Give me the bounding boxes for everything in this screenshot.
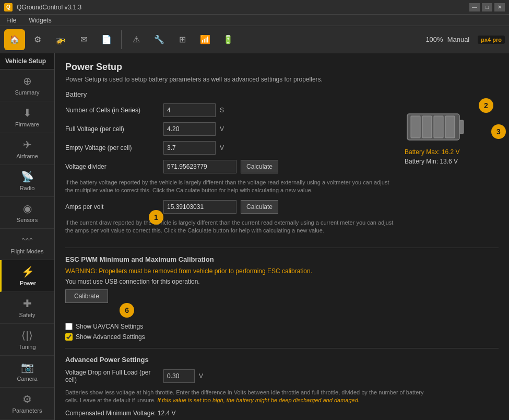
svg-rect-5 bbox=[445, 116, 455, 138]
battery-max-label: Battery Max: 16.2 V bbox=[405, 148, 459, 156]
sidebar-item-parameters[interactable]: ⚙ Parameters bbox=[0, 388, 54, 419]
empty-voltage-unit: V bbox=[220, 144, 230, 151]
empty-voltage-label: Empty Voltage (per cell) bbox=[65, 144, 159, 151]
sidebar-item-radio[interactable]: 📡 Radio bbox=[0, 165, 54, 197]
settings-checkboxes: Show UAVCAN Settings Show Advanced Setti… bbox=[65, 323, 499, 341]
voltage-divider-label: Voltage divider bbox=[65, 163, 159, 170]
minimize-button[interactable]: — bbox=[469, 3, 480, 11]
sidebar-label-safety: Safety bbox=[19, 312, 35, 318]
home-icon-btn[interactable]: 🏠 bbox=[4, 29, 25, 50]
uavcan-checkbox[interactable] bbox=[65, 323, 73, 330]
airframe-icon: ✈ bbox=[23, 138, 32, 151]
voltage-drop-warning: If this value is set too high, the batte… bbox=[157, 397, 360, 403]
sensors-icon: ◉ bbox=[23, 202, 32, 215]
voltage-drop-input[interactable] bbox=[163, 369, 195, 383]
close-button[interactable]: ✕ bbox=[494, 3, 505, 11]
battery-pct: 100% bbox=[425, 36, 443, 43]
full-voltage-input[interactable] bbox=[163, 122, 216, 136]
empty-voltage-input[interactable] bbox=[163, 141, 216, 155]
flightmodes-icon: 〰 bbox=[22, 234, 32, 246]
voltage-divider-input[interactable] bbox=[163, 160, 236, 173]
voltage-divider-calculate-btn[interactable]: Calculate bbox=[241, 160, 278, 173]
voltage-divider-help: If the battery voltage reported by the v… bbox=[65, 179, 394, 195]
sidebar-item-sensors[interactable]: ◉ Sensors bbox=[0, 197, 54, 229]
sidebar-item-camera[interactable]: 📷 Camera bbox=[0, 356, 54, 388]
sidebar-label-parameters: Parameters bbox=[13, 407, 42, 414]
svg-rect-2 bbox=[411, 116, 420, 138]
sidebar-label-tuning: Tuning bbox=[18, 344, 35, 350]
full-voltage-unit: V bbox=[220, 125, 230, 133]
toolbar-sep1 bbox=[121, 30, 122, 49]
voltage-drop-row: Voltage Drop on Full Load (per cell) V bbox=[65, 369, 499, 383]
sidebar: Vehicle Setup ⊕ Summary ⬇ Firmware ✈ Air… bbox=[0, 53, 55, 420]
wrench-icon-btn[interactable]: 🔧 bbox=[149, 29, 170, 50]
full-voltage-label: Full Voltage (per cell) bbox=[65, 125, 159, 133]
summary-icon: ⊕ bbox=[23, 75, 32, 87]
divider-2 bbox=[65, 348, 499, 348]
flight-mode: Manual bbox=[447, 36, 470, 43]
advanced-checkbox[interactable] bbox=[65, 333, 73, 341]
battery-min-label: Battery Min: 13.6 V bbox=[405, 158, 458, 165]
cells-label: Number of Cells (in Series) bbox=[65, 107, 159, 114]
sidebar-label-radio: Radio bbox=[20, 185, 35, 191]
signal-icon-btn[interactable]: 📶 bbox=[195, 29, 216, 50]
compensated-min-label: Compensated Minimum Voltage: 12.4 V bbox=[65, 410, 499, 417]
amps-per-volt-calculate-btn[interactable]: Calculate bbox=[241, 200, 278, 214]
battery-form: Number of Cells (in Series) S Full Volta… bbox=[65, 103, 394, 240]
sidebar-label-flightmodes: Flight Modes bbox=[11, 248, 44, 254]
settings-icon-btn[interactable]: ⚙ bbox=[27, 29, 48, 50]
brand-logo: px4 pro bbox=[478, 36, 505, 44]
empty-voltage-row: Empty Voltage (per cell) V bbox=[65, 141, 394, 155]
sidebar-item-firmware[interactable]: ⬇ Firmware bbox=[0, 101, 54, 133]
doc-icon-btn[interactable]: 📄 bbox=[96, 29, 117, 50]
page-title: Power Setup bbox=[65, 62, 499, 73]
content-wrapper: Power Setup Power Setup is used to setup… bbox=[65, 62, 499, 417]
bubble-6: 6 bbox=[120, 303, 134, 318]
menu-widgets[interactable]: Widgets bbox=[27, 16, 53, 25]
sidebar-item-summary[interactable]: ⊕ Summary bbox=[0, 69, 54, 101]
vehicle-icon-btn[interactable]: 🚁 bbox=[50, 29, 71, 50]
battery-visual-panel: 2 Battery Max: bbox=[405, 103, 499, 240]
sidebar-item-flightmodes[interactable]: 〰 Flight Modes bbox=[0, 229, 54, 260]
sidebar-item-airframe[interactable]: ✈ Airframe bbox=[0, 133, 54, 165]
sidebar-label-firmware: Firmware bbox=[15, 121, 39, 127]
main-layout: Vehicle Setup ⊕ Summary ⬇ Firmware ✈ Air… bbox=[0, 53, 509, 420]
cells-row: Number of Cells (in Series) S bbox=[65, 103, 394, 117]
sidebar-item-power[interactable]: ⚡ Power bbox=[0, 260, 54, 292]
grid-icon-btn[interactable]: ⊞ bbox=[172, 29, 193, 50]
sidebar-label-airframe: Airframe bbox=[16, 153, 38, 159]
warning-icon-btn[interactable]: ⚠ bbox=[126, 29, 147, 50]
calibrate-button[interactable]: Calibrate bbox=[65, 289, 108, 303]
page-description: Power Setup is used to setup battery par… bbox=[65, 76, 499, 83]
battery-svg bbox=[405, 109, 467, 145]
radio-icon: 📡 bbox=[21, 170, 34, 183]
calibrate-wrapper: Calibrate 6 bbox=[65, 289, 108, 310]
sidebar-label-summary: Summary bbox=[15, 89, 39, 96]
parameters-icon: ⚙ bbox=[22, 393, 32, 405]
bubble-2: 2 bbox=[479, 98, 493, 113]
sidebar-label-camera: Camera bbox=[17, 376, 37, 382]
camera-icon: 📷 bbox=[21, 361, 34, 374]
svg-rect-4 bbox=[434, 116, 443, 138]
send-icon-btn[interactable]: ✉ bbox=[73, 29, 94, 50]
battery-icon-btn[interactable]: 🔋 bbox=[218, 29, 239, 50]
amps-per-volt-help: If the current draw reported by the vehi… bbox=[65, 219, 394, 235]
voltage-divider-row: Voltage divider Calculate bbox=[65, 160, 394, 173]
maximize-button[interactable]: □ bbox=[482, 3, 492, 11]
menu-file[interactable]: File bbox=[4, 16, 18, 25]
advanced-label[interactable]: Show Advanced Settings bbox=[76, 333, 145, 341]
sidebar-header: Vehicle Setup bbox=[0, 53, 54, 69]
app-title: QGroundControl v3.1.3 bbox=[17, 4, 81, 11]
svg-rect-1 bbox=[459, 120, 464, 134]
power-icon: ⚡ bbox=[21, 265, 34, 278]
sidebar-item-tuning[interactable]: ⟨|⟩ Tuning bbox=[0, 324, 54, 356]
amps-per-volt-input[interactable] bbox=[163, 200, 236, 214]
toolbar-status: 100% Manual px4 pro bbox=[425, 36, 505, 44]
advanced-checkbox-row: Show Advanced Settings bbox=[65, 333, 499, 341]
cells-input[interactable] bbox=[163, 103, 216, 117]
content-area: Power Setup Power Setup is used to setup… bbox=[55, 53, 509, 420]
uavcan-label[interactable]: Show UAVCAN Settings bbox=[76, 323, 143, 330]
svg-rect-3 bbox=[422, 116, 432, 138]
window-controls: — □ ✕ bbox=[469, 3, 505, 11]
sidebar-item-safety[interactable]: ✚ Safety bbox=[0, 292, 54, 324]
